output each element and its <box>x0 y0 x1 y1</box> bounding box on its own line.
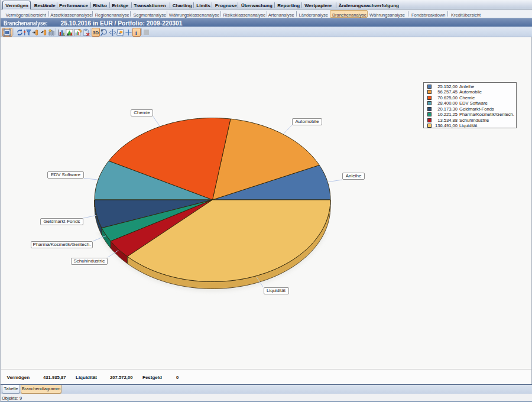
svg-text:i: i <box>135 29 137 36</box>
svg-text:3D: 3D <box>92 30 98 35</box>
